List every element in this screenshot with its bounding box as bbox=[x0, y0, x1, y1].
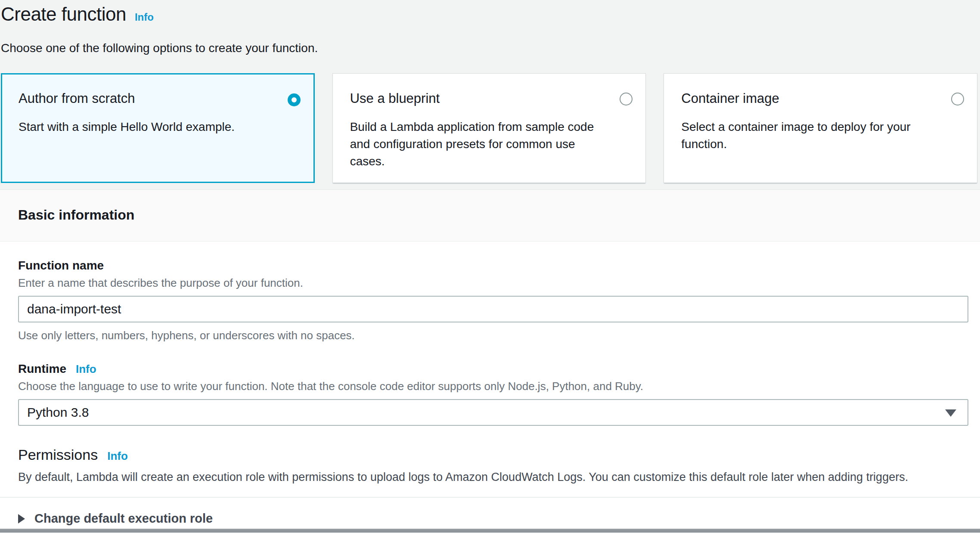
permissions-title-row: Permissions Info bbox=[18, 446, 968, 463]
function-name-field: Function name Enter a name that describe… bbox=[18, 259, 968, 342]
option-description: Build a Lambda application from sample c… bbox=[350, 118, 603, 170]
option-title: Container image bbox=[681, 91, 934, 106]
radio-button-icon[interactable] bbox=[951, 93, 964, 105]
page-title-row: Create function Info bbox=[1, 3, 977, 25]
runtime-field: Runtime Info Choose the language to use … bbox=[18, 362, 968, 426]
function-name-constraint: Use only letters, numbers, hyphens, or u… bbox=[18, 329, 968, 342]
function-name-label: Function name bbox=[18, 259, 968, 273]
basic-information-header: Basic information bbox=[18, 207, 962, 223]
caret-right-icon bbox=[18, 514, 25, 524]
runtime-info-link[interactable]: Info bbox=[76, 363, 96, 376]
option-title: Author from scratch bbox=[19, 91, 271, 106]
runtime-description: Choose the language to use to write your… bbox=[18, 380, 968, 393]
radio-button-icon[interactable] bbox=[288, 93, 301, 106]
basic-information-header-band: Basic information bbox=[0, 189, 980, 242]
permissions-info-link[interactable]: Info bbox=[107, 449, 128, 463]
runtime-select[interactable]: Python 3.8 bbox=[18, 399, 968, 426]
page-title: Create function bbox=[1, 3, 126, 25]
create-function-page: Create function Info Choose one of the f… bbox=[0, 0, 980, 533]
option-title: Use a blueprint bbox=[350, 91, 603, 106]
page-header-section: Create function Info Choose one of the f… bbox=[0, 0, 980, 189]
form-fields: Function name Enter a name that describe… bbox=[0, 259, 980, 484]
change-default-execution-role-label: Change default execution role bbox=[34, 511, 213, 526]
permissions-description: By default, Lambda will create an execut… bbox=[18, 471, 968, 484]
page-subtitle: Choose one of the following options to c… bbox=[1, 41, 977, 55]
option-card-author-from-scratch[interactable]: Author from scratch Start with a simple … bbox=[1, 73, 315, 183]
chevron-down-icon bbox=[945, 409, 956, 417]
creation-option-cards: Author from scratch Start with a simple … bbox=[1, 73, 977, 167]
function-name-input[interactable] bbox=[18, 296, 968, 322]
radio-button-icon[interactable] bbox=[620, 93, 633, 105]
permissions-section: Permissions Info By default, Lambda will… bbox=[18, 446, 968, 484]
page-title-info-link[interactable]: Info bbox=[135, 11, 154, 23]
runtime-label-row: Runtime Info bbox=[18, 362, 968, 376]
option-description: Select a container image to deploy for y… bbox=[681, 118, 934, 153]
horizontal-divider-bar bbox=[0, 529, 980, 533]
basic-information-body: Function name Enter a name that describe… bbox=[0, 242, 980, 533]
option-card-use-a-blueprint[interactable]: Use a blueprint Build a Lambda applicati… bbox=[332, 73, 646, 183]
permissions-header: Permissions bbox=[18, 446, 98, 463]
runtime-label: Runtime bbox=[18, 362, 66, 376]
option-card-container-image[interactable]: Container image Select a container image… bbox=[664, 73, 977, 183]
function-name-description: Enter a name that describes the purpose … bbox=[18, 276, 968, 290]
change-default-execution-role-toggle[interactable]: Change default execution role bbox=[0, 498, 980, 533]
option-description: Start with a simple Hello World example. bbox=[19, 118, 271, 136]
runtime-selected-value: Python 3.8 bbox=[27, 405, 89, 420]
